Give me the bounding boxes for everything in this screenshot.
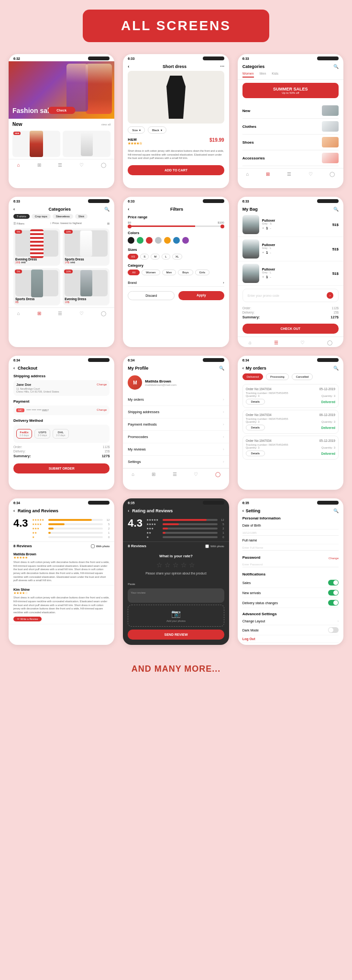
photo-upload-area[interactable]: 📷 Add your photos [128, 605, 224, 627]
password-input[interactable]: Enter Password [242, 562, 339, 567]
color-select[interactable]: Black ▾ [148, 126, 166, 134]
back-icon-11[interactable]: ‹ [128, 508, 129, 513]
size-m[interactable]: M [151, 254, 160, 259]
back-icon-5[interactable]: ‹ [128, 207, 129, 212]
bag-icon-4[interactable]: ☰ [58, 311, 62, 316]
back-icon-9[interactable]: ‹ [242, 366, 244, 371]
size-select[interactable]: Size ▾ [128, 126, 145, 134]
notif-arrivals-toggle[interactable] [328, 590, 339, 596]
bag-icon-8[interactable]: ☰ [173, 472, 177, 477]
chip-sleeveless[interactable]: Sleeveless [53, 214, 73, 219]
details-btn-3[interactable]: Details [246, 451, 265, 456]
menu-payment[interactable]: Payment methods › [123, 418, 229, 431]
usps-option[interactable]: USPS 2-3 days [34, 429, 50, 439]
sort-label[interactable]: ↕ Price: lowest to highest [50, 222, 81, 225]
change-payment[interactable]: Change [97, 408, 107, 411]
search-icon[interactable]: 🔍 [333, 64, 339, 69]
fedex-option[interactable]: FedEx 2-3 days [16, 429, 32, 439]
price-slider[interactable] [128, 225, 224, 227]
menu-settings[interactable]: Settings › [123, 456, 229, 468]
grid-icon-3[interactable]: ⊞ [266, 171, 270, 177]
size-xl[interactable]: XL [172, 254, 182, 259]
submit-order-button[interactable]: SUBMIT ORDER [13, 463, 110, 473]
cat-girls[interactable]: Girls [195, 270, 209, 275]
menu-reviews[interactable]: My reviews › [123, 443, 229, 456]
back-icon-10[interactable]: ‹ [13, 508, 15, 513]
tab-women[interactable]: Women [242, 72, 254, 78]
notif-delivery-toggle[interactable] [328, 600, 339, 606]
with-photo-checkbox[interactable]: With photo [91, 544, 110, 548]
product-card-2[interactable] [63, 131, 110, 157]
dark-mode-toggle[interactable] [328, 627, 339, 633]
brand-expand-icon[interactable]: › [223, 281, 224, 284]
search-icon-12[interactable]: 🔍 [333, 508, 339, 513]
tab-kids[interactable]: Kids [272, 72, 278, 78]
heart-icon-8[interactable]: ♡ [194, 472, 198, 477]
heart-icon-4[interactable]: ♡ [79, 311, 84, 316]
bag-icon-6[interactable]: ☰ [274, 340, 278, 345]
qty-minus-3[interactable]: + [262, 275, 264, 279]
share-icon[interactable]: ⋯ [220, 64, 224, 69]
home-icon[interactable]: ⌂ [17, 162, 20, 168]
tab-men[interactable]: Men [260, 72, 266, 78]
cat-men[interactable]: Men [162, 270, 176, 275]
qty-plus-3[interactable]: - [270, 275, 271, 279]
view-all-label[interactable]: view all [101, 123, 111, 126]
change-layout-item[interactable]: Change Layout › [242, 618, 339, 625]
search-icon-9[interactable]: 🔍 [333, 366, 339, 371]
profile-icon-6[interactable]: ◯ [327, 340, 332, 345]
product-evening-dress-2[interactable]: 16% Evening Dress 18$ [63, 268, 110, 305]
review-text-input[interactable]: Your review [128, 588, 224, 603]
swatch-black[interactable] [128, 237, 134, 244]
qty-plus-2[interactable]: - [270, 250, 271, 255]
star-3[interactable]: ☆ [173, 561, 179, 569]
back-icon-4[interactable]: ‹ [13, 207, 15, 212]
bag-icon-3[interactable]: ☰ [287, 171, 291, 177]
send-review-button[interactable]: SEND REVIEW [128, 630, 224, 640]
chip-shirt[interactable]: Shirt [75, 214, 88, 219]
details-btn-2[interactable]: Details [246, 425, 265, 430]
heart-icon-3[interactable]: ♡ [308, 171, 313, 177]
grid-icon[interactable]: ⊞ [37, 162, 41, 168]
star-2[interactable]: ☆ [165, 561, 171, 569]
filters-label[interactable]: ☰ Filters [13, 222, 24, 225]
apply-button[interactable]: Apply [178, 291, 224, 300]
category-new[interactable]: New [242, 103, 339, 119]
size-xs[interactable]: XS [128, 254, 138, 259]
home-icon-8[interactable]: ⌂ [132, 472, 134, 477]
qty-minus-1[interactable]: + [262, 226, 264, 230]
back-icon[interactable]: ‹ [128, 64, 129, 69]
category-shoes[interactable]: Shoes [242, 135, 339, 150]
logout-item[interactable]: Log Out [242, 635, 339, 643]
tab-processing[interactable]: Processing [266, 373, 289, 380]
back-icon-7[interactable]: ‹ [13, 366, 15, 371]
star-4[interactable]: ☆ [181, 561, 187, 569]
grid-icon-8[interactable]: ⊞ [152, 472, 155, 477]
notif-sales-toggle[interactable] [328, 580, 339, 586]
category-clothes[interactable]: Clothes [242, 119, 339, 135]
product-card-1[interactable]: NEW [12, 131, 60, 157]
promo-input[interactable]: Enter your promo code [248, 294, 279, 297]
checkout-button[interactable]: CHECK OUT [242, 324, 339, 334]
tab-delivered[interactable]: Delivered [242, 373, 263, 380]
qty-plus-1[interactable]: - [270, 226, 271, 230]
details-btn-1[interactable]: Details [246, 399, 265, 405]
swatch-purple[interactable] [182, 237, 189, 244]
search-icon-8[interactable]: 🔍 [219, 366, 224, 371]
search-icon-6[interactable]: 🔍 [333, 207, 339, 212]
swatch-green[interactable] [137, 237, 143, 244]
write-review-cta[interactable]: ✏ Write a Review [13, 617, 42, 621]
home-icon-3[interactable]: ⌂ [246, 171, 249, 177]
heart-icon[interactable]: ♡ [79, 162, 84, 168]
view-toggle[interactable]: ⊞ [107, 222, 110, 225]
star-rating-input[interactable]: ☆ ☆ ☆ ☆ ☆ [128, 561, 224, 569]
dhl-option[interactable]: DHL 2-3 days [53, 429, 68, 439]
product-sports-dress-2[interactable]: 5% Sports Dress 8$ [13, 268, 60, 305]
promo-submit[interactable]: › [327, 292, 333, 299]
bag-icon[interactable]: ☰ [58, 162, 62, 168]
fav-icon-6[interactable]: ♡ [300, 340, 305, 345]
chip-tshirts[interactable]: T-shirts [13, 214, 30, 219]
add-to-cart-button[interactable]: ADD TO CART [128, 165, 224, 175]
menu-my-orders[interactable]: My orders › [123, 394, 229, 406]
home-icon-6[interactable]: ⌂ [249, 340, 252, 345]
